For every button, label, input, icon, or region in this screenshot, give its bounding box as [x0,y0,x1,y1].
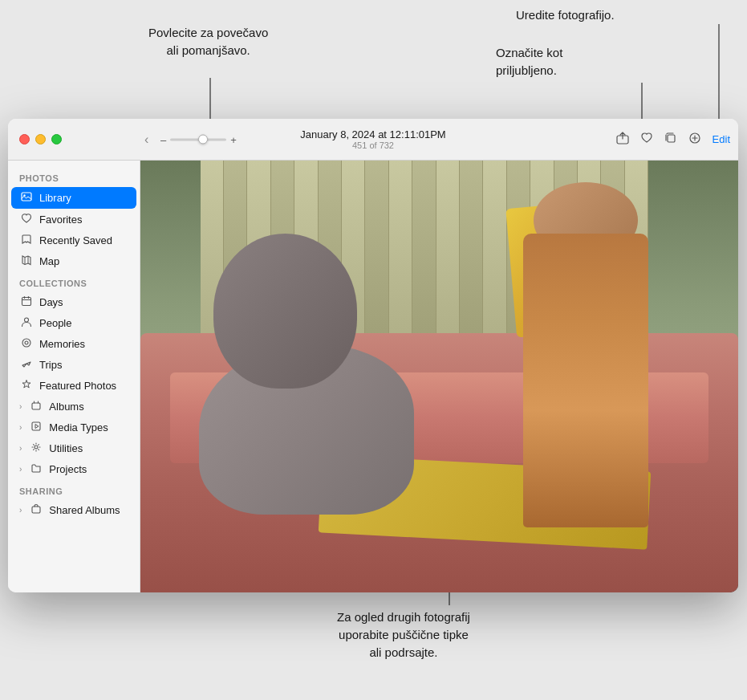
girl [481,182,691,527]
sidebar-item-memories[interactable]: Memories [11,334,136,354]
sidebar-label-projects: Projects [49,463,87,475]
edit-button[interactable]: Edit [712,133,730,145]
photo-count: 451 of 732 [300,140,445,150]
favorites-icon [19,213,34,226]
zoom-plus-icon: + [230,133,237,145]
callout-navigate: Za ogled drugih fotografij uporabite puš… [337,608,470,661]
photo-title: January 8, 2024 at 12:11:01PM 451 of 732 [300,128,445,150]
svg-rect-6 [668,135,675,142]
dog-head [213,234,357,388]
albums-chevron: › [19,402,22,411]
minimize-button[interactable] [35,134,46,144]
duplicate-icon[interactable] [664,132,677,148]
close-button[interactable] [19,134,30,144]
projects-icon [29,462,43,476]
adjust-icon[interactable] [688,132,701,148]
sidebar-label-memories: Memories [39,338,85,350]
zoom-minus-icon: – [160,133,166,145]
sidebar-item-library[interactable]: Library [11,187,136,209]
photo-scene [140,161,738,592]
memories-icon [19,337,34,351]
sidebar-label-media-types: Media Types [49,421,108,433]
map-icon [19,254,34,268]
sidebar-label-albums: Albums [49,401,83,413]
zoom-slider-track [170,138,226,140]
sidebar-section-photos: Photos [8,167,140,186]
utilities-icon [29,442,43,455]
svg-rect-19 [32,403,40,409]
sidebar-item-shared-albums[interactable]: › Shared Albums [11,500,136,520]
sidebar-item-media-types[interactable]: › Media Types [11,417,136,438]
maximize-button[interactable] [51,134,62,144]
zoom-slider-area: – + [160,133,237,145]
sidebar-label-shared-albums: Shared Albums [49,504,120,516]
sidebar-item-people[interactable]: People [11,313,136,333]
titlebar: ‹ – + January 8, 2024 at 12:11:01PM 451 … [8,119,738,161]
recently-saved-icon [19,234,34,247]
sidebar-item-favorites[interactable]: Favorites [11,210,136,230]
photo-date: January 8, 2024 at 12:11:01PM [300,128,445,140]
sidebar-item-projects[interactable]: › Projects [11,459,136,479]
featured-photos-icon [19,379,34,393]
sidebar-label-people: People [39,317,71,329]
girl-body [523,234,648,527]
albums-icon [29,400,43,413]
sidebar-label-map: Map [39,255,59,267]
sidebar-label-library: Library [39,192,71,204]
svg-rect-12 [22,298,31,306]
utilities-chevron: › [19,444,22,453]
people-icon [19,316,34,330]
shared-albums-chevron: › [19,506,22,515]
svg-rect-22 [32,507,40,513]
sidebar-item-featured-photos[interactable]: Featured Photos [11,376,136,396]
sidebar-label-utilities: Utilities [49,442,83,454]
sidebar-item-trips[interactable]: Trips [11,355,136,375]
trips-icon [19,358,34,372]
sidebar-label-trips: Trips [39,359,62,371]
sidebar-label-recently-saved: Recently Saved [39,234,112,246]
favorite-icon[interactable] [640,132,653,148]
sidebar: Photos Library Favorites [8,161,140,592]
days-icon [19,295,34,309]
media-types-chevron: › [19,423,22,432]
sidebar-item-recently-saved[interactable]: Recently Saved [11,230,136,250]
svg-point-21 [35,446,38,449]
svg-point-18 [25,341,28,344]
shared-albums-icon [29,503,43,517]
sidebar-item-days[interactable]: Days [11,292,136,312]
traffic-lights [8,134,62,144]
library-icon [19,190,34,206]
callout-favorite: Označite kot priljubljeno. [496,44,562,79]
sidebar-label-days: Days [39,296,63,308]
dog [170,234,457,515]
app-window: ‹ – + January 8, 2024 at 12:11:01PM 451 … [8,119,738,592]
sidebar-label-featured-photos: Featured Photos [39,380,116,392]
content-area: Photos Library Favorites [8,161,738,592]
share-icon[interactable] [616,132,629,148]
sidebar-label-favorites: Favorites [39,214,82,226]
projects-chevron: › [19,465,22,474]
sidebar-item-utilities[interactable]: › Utilities [11,438,136,458]
sidebar-item-map[interactable]: Map [11,251,136,271]
zoom-slider-thumb[interactable] [198,135,208,144]
toolbar-actions: Edit [616,132,730,148]
photo-area [140,161,738,592]
callout-zoom: Povlecite za povečavo ali pomanjšavo. [148,24,268,59]
media-types-icon [29,421,43,434]
callout-edit: Uredite fotografijo. [516,6,615,24]
sidebar-section-sharing: Sharing [8,480,140,499]
back-button[interactable]: ‹ [144,132,148,147]
svg-point-17 [22,339,30,347]
sidebar-item-albums[interactable]: › Albums [11,397,136,417]
sidebar-section-collections: Collections [8,272,140,291]
svg-point-16 [25,318,29,322]
